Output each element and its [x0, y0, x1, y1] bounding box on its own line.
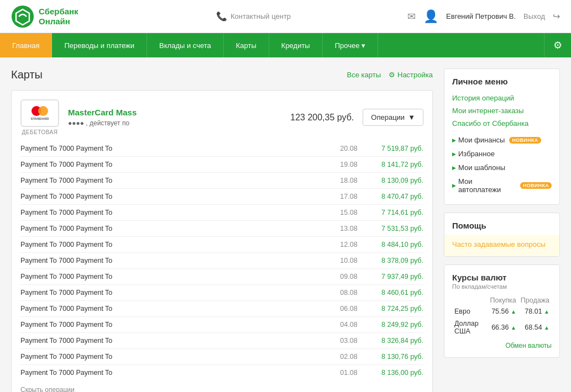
mail-icon[interactable]: ✉: [407, 10, 416, 23]
card-balance-area: 123 200,35 руб. Операции ▼: [290, 109, 423, 126]
sidebar-link-spassibo[interactable]: Спасибо от Сбербанка: [452, 117, 552, 130]
help-section: Помощь Часто задаваемые вопросы: [444, 213, 560, 257]
currency-row: Евро 75.56 ▲ 78.01 ▲: [452, 305, 552, 317]
tx-name: Payment To 7000 Payment To: [20, 193, 335, 200]
tx-amount: 8 460,61 руб.: [363, 289, 423, 296]
tx-amount: 8 724,25 руб.: [363, 305, 423, 312]
tx-date: 09.08: [335, 273, 363, 280]
table-row: Payment To 7000 Payment To 17.08 8 470,4…: [20, 189, 423, 205]
up-arrow-icon: ▲: [544, 325, 549, 331]
new-badge-autopay: НОВИНКА: [520, 182, 552, 189]
tx-amount: 8 326,84 руб.: [363, 337, 423, 345]
tx-amount: 7 519,87 руб.: [363, 145, 423, 152]
up-arrow-icon: ▲: [511, 325, 516, 331]
tx-date: 13.08: [335, 225, 363, 232]
sidebar: Личное меню История операций Мои интерне…: [444, 68, 560, 392]
table-row: Payment To 7000 Payment To 18.08 8 130,0…: [20, 173, 423, 189]
nav-settings-icon[interactable]: ⚙: [544, 33, 571, 57]
tx-amount: 8 378,09 руб.: [363, 257, 423, 264]
table-row: Payment To 7000 Payment To 08.08 8 460,6…: [20, 285, 423, 301]
tx-date: 08.08: [335, 289, 363, 296]
header: Сбербанк Онлайн 📞 Контактный центр ✉ 👤 Е…: [0, 0, 571, 33]
personal-menu-section: Личное меню История операций Мои интерне…: [444, 68, 560, 205]
settings-link[interactable]: ⚙ Настройка: [389, 71, 433, 79]
hide-operations-link[interactable]: Скрыть операции: [20, 386, 75, 392]
personal-menu-title: Личное меню: [452, 77, 552, 86]
table-row: Payment To 7000 Payment To 06.08 8 724,2…: [20, 301, 423, 317]
tx-name: Payment To 7000 Payment To: [20, 289, 335, 296]
sidebar-item-my-finances[interactable]: Мои финансы НОВИНКА: [452, 133, 552, 147]
sidebar-item-autopayments[interactable]: Мои автоплатежи НОВИНКА: [452, 174, 552, 197]
table-row: Payment To 7000 Payment To 09.08 7 937,4…: [20, 269, 423, 285]
transactions-list: Payment To 7000 Payment To 20.08 7 519,8…: [20, 141, 423, 380]
tx-amount: 8 130,09 руб.: [363, 177, 423, 184]
nav-item-transfers[interactable]: Переводы и платежи: [52, 33, 147, 57]
table-row: Payment To 7000 Payment To 10.08 8 378,0…: [20, 253, 423, 269]
table-row: Payment To 7000 Payment To 15.08 7 714,6…: [20, 205, 423, 221]
header-center: 📞 Контактный центр: [99, 11, 407, 22]
nav-item-home[interactable]: Главная: [0, 33, 52, 57]
tx-name: Payment To 7000 Payment To: [20, 177, 335, 184]
card-top: STANDARD ДЕБЕТОВАЯ MasterCard Mass ●●●● …: [20, 99, 423, 135]
currency-sell: 68.54 ▲: [518, 317, 552, 337]
up-arrow-icon: ▲: [511, 309, 516, 315]
currency-row: Доллар США 66.36 ▲ 68.54 ▲: [452, 317, 552, 337]
section-actions: Все карты ⚙ Настройка: [347, 71, 433, 79]
tx-amount: 8 249,92 руб.: [363, 321, 423, 329]
operations-button[interactable]: Операции ▼: [363, 109, 423, 126]
nav-item-credits[interactable]: Кредиты: [269, 33, 323, 57]
table-row: Payment To 7000 Payment To 12.08 8 484,1…: [20, 237, 423, 253]
tx-date: 20.08: [335, 145, 363, 152]
tx-amount: 8 130,76 руб.: [363, 353, 423, 361]
content-area: Карты Все карты ⚙ Настройка STANDA: [11, 68, 433, 392]
sidebar-item-favorites[interactable]: Избранное: [452, 147, 552, 161]
tx-date: 19.08: [335, 161, 363, 168]
table-row: Payment To 7000 Payment To 20.08 7 519,8…: [20, 141, 423, 157]
nav-item-cards[interactable]: Карты: [224, 33, 269, 57]
tx-date: 06.08: [335, 305, 363, 312]
card-logo: STANDARD: [20, 99, 59, 127]
main-nav: Главная Переводы и платежи Вклады и счет…: [0, 33, 571, 57]
tx-amount: 7 531,53 руб.: [363, 225, 423, 232]
tx-name: Payment To 7000 Payment To: [20, 353, 335, 361]
table-row: Payment To 7000 Payment To 01.08 8 136,0…: [20, 365, 423, 380]
tx-amount: 8 470,47 руб.: [363, 193, 423, 200]
tx-date: 01.08: [335, 369, 363, 377]
currency-sell: 78.01 ▲: [518, 305, 552, 317]
tx-date: 17.08: [335, 193, 363, 200]
logout-button[interactable]: Выход: [523, 12, 545, 20]
tx-name: Payment To 7000 Payment To: [20, 209, 335, 216]
table-row: Payment To 7000 Payment To 03.08 8 326,8…: [20, 333, 423, 349]
tx-name: Payment To 7000 Payment To: [20, 161, 335, 168]
card-info: MasterCard Mass ●●●● , действует по: [68, 108, 281, 127]
up-arrow-icon: ▲: [544, 309, 549, 315]
tx-name: Payment To 7000 Payment To: [20, 305, 335, 312]
all-cards-link[interactable]: Все карты: [347, 71, 381, 79]
phone-icon: 📞: [216, 11, 227, 22]
faq-link[interactable]: Часто задаваемые вопросы: [452, 240, 546, 248]
sberbank-logo-icon: [11, 5, 34, 28]
currency-name: Евро: [452, 305, 488, 317]
help-body: Часто задаваемые вопросы: [444, 235, 559, 256]
currency-subtitle: По вкладам/счетам: [452, 283, 552, 290]
contact-center[interactable]: 📞 Контактный центр: [216, 11, 291, 22]
main-layout: Карты Все карты ⚙ Настройка STANDA: [0, 57, 571, 392]
nav-item-more[interactable]: Прочее ▾: [323, 33, 378, 57]
currency-name: Доллар США: [452, 317, 488, 337]
sidebar-item-templates[interactable]: Мои шаблоны: [452, 161, 552, 174]
tx-name: Payment To 7000 Payment To: [20, 145, 335, 152]
tx-name: Payment To 7000 Payment To: [20, 369, 335, 377]
logout-icon[interactable]: ↪: [553, 11, 560, 22]
mastercard-icon: [32, 106, 48, 116]
nav-item-deposits[interactable]: Вклады и счета: [147, 33, 224, 57]
currency-col-name: [452, 295, 488, 305]
sidebar-link-orders[interactable]: Мои интернет-заказы: [452, 104, 552, 117]
tx-name: Payment To 7000 Payment To: [20, 273, 335, 280]
sidebar-link-history[interactable]: История операций: [452, 92, 552, 104]
table-row: Payment To 7000 Payment To 13.08 7 531,5…: [20, 221, 423, 237]
exchange-link[interactable]: Обмен валюты: [452, 342, 552, 349]
currency-title: Курсы валют: [452, 273, 552, 282]
currency-col-sell: Продажа: [518, 295, 552, 305]
help-title: Помощь: [444, 213, 559, 235]
card-balance: 123 200,35 руб.: [290, 113, 354, 123]
